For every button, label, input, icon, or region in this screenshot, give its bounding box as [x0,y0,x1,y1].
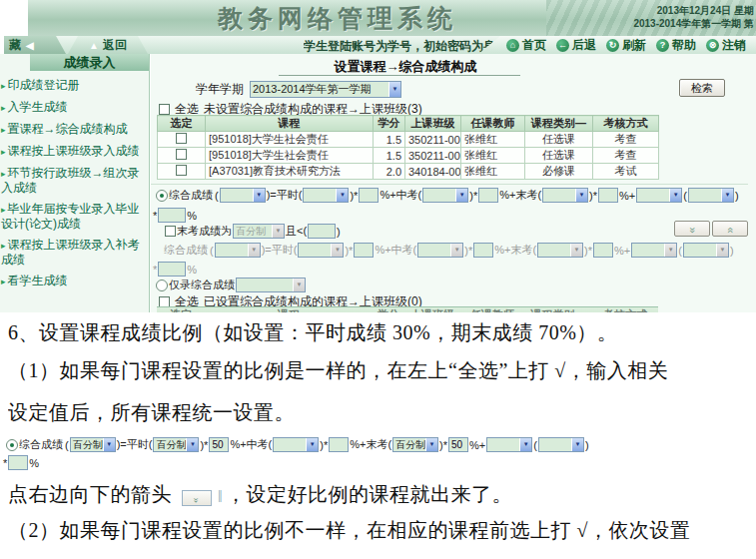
refresh-label: 刷新 [622,37,646,54]
refresh-button[interactable]: ↻ 刷新 [606,37,646,54]
col-assess: 考核方式 [593,116,659,132]
sidebar-item-print-register[interactable]: ▸印成绩登记册 [1,78,147,93]
term-select[interactable]: 2013-2014学年第一学期 ▼ [250,81,401,98]
sidebar: 成绩录入 ▸印成绩登记册 ▸入学生成绩 ▸置课程→综合成绩构成 ▸课程按上课班级… [0,54,150,312]
col-class: 上课班级 [405,116,461,132]
row-checkbox[interactable] [176,165,187,176]
chevron-down-icon: ▼ [455,189,467,202]
chevron-down-icon: ▼ [186,438,198,451]
mid-scale-select[interactable]: ▼ [422,188,468,203]
only-total-select: ▼ [236,278,306,292]
form-divider [151,184,748,185]
only-total-radio[interactable] [156,280,168,291]
mid-percent-input-disabled [473,243,493,258]
usual-percent-input-disabled [354,243,374,258]
extra-percent-row-disabled: * % [152,262,198,277]
sidebar-item-by-admin-class[interactable]: ▸环节按行政班级→组次录入成绩 [1,166,147,195]
table-row: [951018]大学生社会责任 1.5 350211-002 张维红 任选课 考… [158,148,659,164]
search-button[interactable]: 检索 [679,79,725,97]
triangle-left-icon: ◀ [26,40,34,51]
item-arrow-icon: ▸ [1,277,6,286]
final-exam-condition-row: 末考成绩为 百分制▼ 且<( ) [165,224,342,239]
apply-down-button[interactable]: » [674,221,710,237]
sidebar-menu: ▸印成绩登记册 ▸入学生成绩 ▸置课程→综合成绩构成 ▸课程按上课班级录入成绩 … [0,71,149,288]
item-arrow-icon: ▸ [1,125,6,135]
mid-percent-input[interactable] [478,188,498,203]
date-line: 2013年12月24日 星期 [633,4,754,17]
extra-percent-input-disabled [158,262,186,277]
final-exam-label: 末考成绩为 [176,224,233,239]
sidebar-item-enter-grades[interactable]: ▸入学生成绩 [1,100,147,115]
chevron-down-icon: ▼ [293,279,305,291]
return-tab[interactable]: ▲ 返回 [68,36,148,54]
threshold-input[interactable] [308,224,336,239]
chevron-down-icon: ▼ [450,244,462,257]
chevron-down-icon: ▼ [253,189,265,202]
sidebar-item-view-grades[interactable]: ▸看学生成绩 [1,274,147,288]
composite-formula-row-disabled: 综合成绩 ( ▼ )=平时( ▼ )* %+中考( ▼ )* %+末考( ▼ )… [163,243,735,258]
nav-buttons: ⌂ 首页 ← 后退 ↻ 刷新 ? 帮助 ⊗ 注销 [478,36,756,54]
col-course: 课程 [206,116,374,132]
extra-percent-input[interactable] [158,208,186,223]
triangle-up-icon: ▲ [89,40,99,51]
chevron-down-icon: ▼ [570,244,582,257]
row-checkbox[interactable] [176,133,187,144]
final-scale-example: 百分制▼ [392,437,438,452]
composite-radio[interactable] [156,190,168,202]
cell-class: 350211-001 [405,132,461,148]
sidebar-item-makeup-grades[interactable]: ▸课程按上课班级录入补考成绩 [1,238,147,267]
logout-label: 注销 [722,37,746,54]
page-title: 设置课程→综合成绩构成 [151,58,660,76]
extra-item-select[interactable]: ▼ [636,188,682,203]
formula-label: 综合成绩 [168,188,214,203]
home-button[interactable]: ⌂ 首页 [506,37,546,54]
final-exam-checkbox[interactable] [165,226,176,237]
term-row: 学年学期 2013-2014学年第一学期 ▼ [196,80,401,98]
chevron-down-icon: ▼ [248,244,260,257]
table-row: [A37031]教育技术研究方法 2.0 340184-001 张维红 必修课 … [158,164,659,180]
item-arrow-icon: ▸ [1,241,6,251]
cell-credit: 2.0 [374,164,405,180]
extra-percent-example [8,455,28,470]
double-bar-mark: ‖ [218,488,221,505]
help-button[interactable]: ? 帮助 [656,37,696,54]
only-total-label: 仅录综合成绩 [168,278,236,292]
final-scale-select[interactable]: ▼ [542,188,588,203]
chevron-down-icon: ▼ [306,438,318,451]
hide-tab[interactable]: 藏 ◀ [4,36,66,54]
term-line: 2013-2014学年第一学期 第 [633,17,754,30]
extra-scale-select[interactable]: ▼ [688,188,734,203]
col-select: 选定 [158,116,206,132]
inline-down-arrow-button: » [182,490,212,506]
cell-category: 必修课 [525,164,593,180]
mid-scale-select-disabled: ▼ [417,243,463,258]
chevron-down-icon: ▼ [721,189,733,202]
extra-percent-row: * % [152,208,198,223]
sidebar-item-set-composite[interactable]: ▸置课程→综合成绩构成 [1,122,147,137]
final-scale-select-disabled: ▼ [537,243,583,258]
chevron-down-icon: ▼ [425,438,437,451]
usual-scale-select[interactable]: ▼ [303,188,349,203]
top-banner: 教务网络管理系统 2013年12月24日 星期 2013-2014学年第一学期 … [28,0,756,36]
chevron-double-down-icon: » [190,498,203,504]
final-percent-input[interactable] [598,188,618,203]
date-info: 2013年12月24日 星期 2013-2014学年第一学期 第 [633,4,754,30]
apply-up-button[interactable]: « [712,221,748,237]
col-credit: 学分 [374,116,405,132]
chevron-down-icon: ▼ [388,82,400,97]
logout-button[interactable]: ⊗ 注销 [706,37,746,54]
composite-scale-select[interactable]: ▼ [220,188,266,203]
extra-scale-example: ▼ [538,437,584,452]
doc-paragraph-1b: 设定值后，所有课程统一设置。 [8,399,754,426]
usual-percent-example: 50 [209,437,229,452]
select-all-checkbox[interactable] [159,104,170,115]
usual-percent-input[interactable] [359,188,378,203]
system-title: 教务网络管理系统 [168,2,507,35]
sidebar-item-by-class[interactable]: ▸课程按上课班级录入成绩 [1,144,147,159]
table-row: [951018]大学生社会责任 1.5 350211-001 张维红 任选课 考… [158,132,659,148]
app-screenshot: 教务网络管理系统 2013年12月24日 星期 2013-2014学年第一学期 … [0,0,756,312]
sidebar-item-thesis-grades[interactable]: ▸毕业年届按专业录入毕业设计(论文)成绩 [1,202,147,231]
row-checkbox[interactable] [176,149,187,160]
back-button[interactable]: ← 后退 [556,37,596,54]
cell-category: 任选课 [525,132,593,148]
